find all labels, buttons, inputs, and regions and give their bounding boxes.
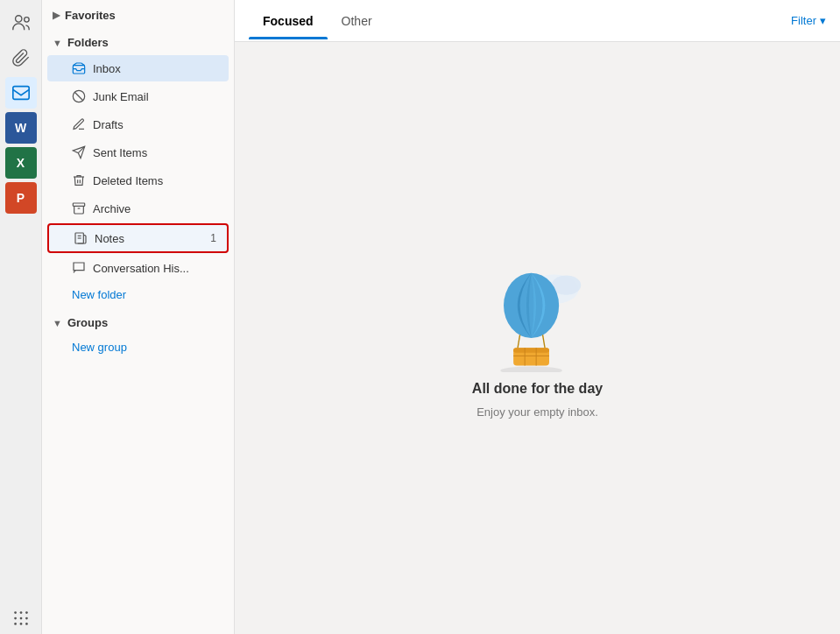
- favorites-chevron: ▶: [53, 10, 60, 21]
- svg-point-24: [504, 272, 559, 337]
- svg-rect-17: [73, 203, 84, 206]
- excel-icon[interactable]: X: [5, 147, 37, 179]
- app-rail: W X P: [0, 0, 42, 634]
- favorites-section[interactable]: ▶ Favorites: [42, 0, 234, 27]
- sent-icon: [72, 145, 86, 159]
- notes-icon: [74, 231, 88, 245]
- folder-item-sent[interactable]: Sent Items: [47, 139, 229, 166]
- archive-label: Archive: [93, 202, 131, 215]
- svg-point-10: [19, 623, 22, 625]
- notes-label: Notes: [95, 232, 124, 245]
- conversation-label: Conversation His...: [93, 262, 189, 275]
- svg-line-26: [542, 335, 545, 349]
- folder-item-archive[interactable]: Archive: [47, 195, 229, 222]
- svg-point-5: [25, 611, 28, 614]
- filter-label: Filter: [791, 14, 816, 27]
- word-icon[interactable]: W: [5, 112, 37, 144]
- new-group-link[interactable]: New group: [47, 335, 229, 359]
- sent-label: Sent Items: [93, 146, 147, 159]
- archive-icon: [72, 201, 86, 215]
- folder-item-conversation[interactable]: Conversation His...: [47, 255, 229, 281]
- junk-icon: [72, 89, 86, 103]
- empty-subtitle: Enjoy your empty inbox.: [476, 405, 598, 419]
- svg-point-9: [14, 623, 17, 625]
- svg-point-7: [19, 617, 22, 620]
- svg-rect-12: [73, 66, 84, 74]
- filter-chevron-icon: ▾: [820, 14, 826, 27]
- notes-badge: 1: [210, 232, 216, 244]
- people-icon[interactable]: [5, 7, 37, 39]
- conversation-icon: [72, 261, 86, 275]
- groups-chevron: ▼: [53, 318, 62, 328]
- junk-label: Junk Email: [93, 90, 149, 103]
- empty-title: All done for the day: [472, 381, 603, 397]
- empty-state: All done for the day Enjoy your empty in…: [472, 258, 603, 419]
- svg-point-3: [14, 611, 17, 614]
- new-folder-link[interactable]: New folder: [47, 283, 229, 306]
- mail-icon[interactable]: [5, 77, 37, 109]
- deleted-label: Deleted Items: [93, 174, 163, 187]
- folder-item-notes[interactable]: Notes 1: [47, 223, 229, 253]
- balloon-illustration: [485, 258, 590, 372]
- groups-label: Groups: [67, 316, 108, 329]
- svg-line-25: [517, 335, 519, 349]
- email-content: All done for the day Enjoy your empty in…: [235, 42, 840, 634]
- folders-section[interactable]: ▼ Folders: [42, 27, 234, 54]
- tab-focused[interactable]: Focused: [249, 4, 328, 39]
- drafts-label: Drafts: [93, 118, 124, 131]
- svg-point-33: [500, 366, 562, 372]
- svg-rect-2: [12, 87, 28, 100]
- sidebar: ▶ Favorites ▼ Folders Inbox Junk Email D…: [42, 0, 235, 634]
- folder-item-drafts[interactable]: Drafts: [47, 111, 229, 137]
- tab-other[interactable]: Other: [328, 4, 386, 39]
- drafts-icon: [72, 117, 86, 131]
- folders-chevron: ▼: [53, 38, 62, 48]
- folder-item-junk[interactable]: Junk Email: [47, 83, 229, 109]
- tab-bar: Focused Other Filter ▾: [235, 0, 840, 42]
- main-area: Focused Other Filter ▾: [235, 0, 840, 634]
- svg-point-4: [19, 611, 22, 614]
- deleted-icon: [72, 173, 86, 187]
- svg-point-6: [14, 617, 17, 620]
- more-apps-icon[interactable]: [5, 602, 37, 634]
- svg-rect-29: [513, 348, 549, 353]
- inbox-icon: [72, 61, 86, 75]
- paperclip-icon[interactable]: [5, 42, 37, 74]
- svg-line-14: [74, 92, 82, 100]
- favorites-label: Favorites: [65, 9, 116, 22]
- folder-item-deleted[interactable]: Deleted Items: [47, 167, 229, 194]
- groups-section[interactable]: ▼ Groups: [42, 307, 234, 335]
- svg-point-11: [25, 623, 28, 625]
- svg-point-0: [15, 16, 21, 22]
- filter-button[interactable]: Filter ▾: [791, 14, 826, 27]
- svg-point-8: [25, 617, 28, 620]
- svg-point-1: [24, 18, 28, 22]
- powerpoint-icon[interactable]: P: [5, 182, 37, 214]
- inbox-label: Inbox: [93, 62, 121, 75]
- folder-item-inbox[interactable]: Inbox: [47, 55, 229, 81]
- folders-label: Folders: [67, 36, 109, 49]
